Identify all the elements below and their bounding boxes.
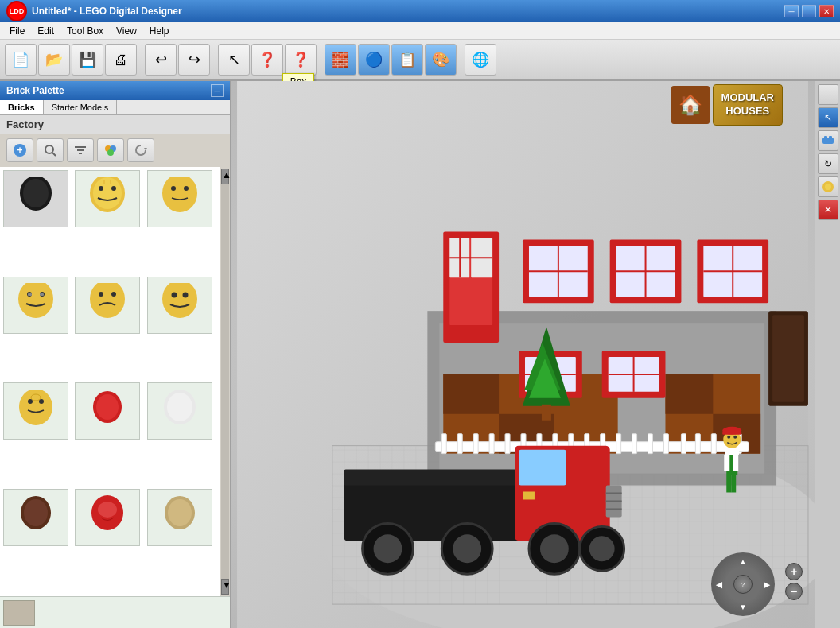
nav-center-btn[interactable]: ? (733, 575, 752, 594)
menu-bar: File Edit Tool Box View Help (0, 22, 840, 40)
brick-item[interactable] (75, 489, 140, 546)
rt-brick-btn[interactable] (818, 130, 838, 151)
svg-rect-26 (40, 293, 44, 296)
clone-button[interactable]: 📋 (391, 44, 423, 76)
svg-rect-87 (772, 315, 804, 402)
svg-rect-101 (632, 434, 637, 454)
svg-point-9 (107, 149, 114, 156)
palette-color-btn[interactable] (97, 138, 124, 162)
svg-rect-6 (79, 153, 82, 154)
main-area: Brick Palette ─ Bricks Starter Models Fa… (0, 81, 840, 628)
internet-button[interactable]: 🌐 (465, 44, 496, 76)
paint-button[interactable]: 🎨 (425, 44, 457, 76)
svg-line-3 (52, 153, 56, 156)
lego-scene (231, 81, 815, 628)
svg-rect-107 (695, 434, 700, 454)
scrollbar-up[interactable]: ▲ (221, 169, 229, 184)
viewport[interactable]: 🏠 MODULAR HOUSES ▲ ▼ ◀ ▶ ? + − (231, 81, 815, 628)
brick-item[interactable] (75, 277, 140, 334)
svg-marker-10 (144, 148, 147, 150)
snap-button[interactable]: 🔵 (358, 44, 390, 76)
undo-button[interactable]: ↩ (145, 44, 177, 76)
open-button[interactable]: 📂 (38, 44, 70, 76)
nav-down-icon[interactable]: ▼ (739, 603, 747, 611)
svg-rect-144 (824, 136, 827, 138)
brick-item[interactable] (75, 170, 140, 227)
help2-button[interactable]: ❓ (285, 44, 317, 76)
tab-starter-models[interactable]: Starter Models (44, 100, 118, 114)
svg-point-22 (18, 283, 53, 318)
svg-rect-54 (443, 374, 499, 414)
brick-item[interactable] (3, 382, 68, 440)
brick-item[interactable] (147, 489, 212, 546)
svg-point-139 (727, 436, 730, 439)
zoom-minus-button[interactable]: − (785, 583, 803, 600)
palette-reset-btn[interactable] (127, 138, 154, 162)
svg-rect-117 (519, 450, 566, 486)
rt-rotate-btn[interactable]: ↻ (818, 153, 838, 174)
save-button[interactable]: 💾 (72, 44, 103, 76)
brick-item[interactable] (75, 382, 140, 440)
menu-help[interactable]: Help (143, 24, 176, 38)
svg-rect-93 (505, 434, 510, 454)
nav-up-icon[interactable]: ▲ (739, 557, 747, 566)
nav-left-icon[interactable]: ◀ (716, 580, 722, 589)
nav-right-icon[interactable]: ▶ (764, 580, 770, 589)
svg-rect-102 (648, 434, 653, 454)
svg-rect-103 (663, 434, 668, 454)
close-button[interactable]: ✕ (819, 5, 834, 17)
menu-file[interactable]: File (3, 24, 31, 38)
brick-item[interactable] (3, 489, 68, 546)
redo-button[interactable]: ↪ (178, 44, 210, 76)
scrollbar-down[interactable]: ▼ (221, 579, 229, 595)
svg-rect-92 (489, 434, 494, 454)
right-toolbar: ─ ↖ ↻ ✕ (815, 81, 840, 628)
add-brick-button[interactable]: 🧱 (325, 44, 356, 76)
brick-item[interactable] (3, 170, 68, 227)
help1-button[interactable]: ❓ (251, 44, 283, 76)
zoom-plus-button[interactable]: + (785, 563, 803, 580)
rt-select-btn[interactable]: ↖ (818, 107, 838, 128)
palette-add-btn[interactable]: + (6, 138, 33, 162)
nav-ring[interactable]: ▲ ▼ ◀ ▶ ? (711, 552, 775, 616)
menu-view[interactable]: View (110, 24, 143, 38)
svg-rect-127 (523, 491, 535, 499)
minimize-button[interactable]: ─ (784, 5, 799, 17)
brick-item[interactable] (147, 170, 212, 227)
svg-point-125 (589, 536, 615, 561)
palette-scrollbar[interactable]: ▲ ▼ (220, 167, 230, 596)
scrollbar-track (221, 184, 229, 579)
svg-rect-5 (77, 149, 84, 151)
svg-point-147 (825, 184, 831, 190)
palette-bottom-item[interactable] (3, 600, 35, 626)
svg-rect-136 (726, 475, 731, 493)
palette-minimize-btn[interactable]: ─ (211, 84, 224, 97)
rt-paint-btn[interactable] (818, 176, 838, 197)
svg-point-42 (24, 499, 48, 526)
palette-search-btn[interactable] (37, 138, 64, 162)
menu-edit[interactable]: Edit (31, 24, 60, 38)
menu-toolbox[interactable]: Tool Box (60, 24, 110, 38)
maximize-button[interactable]: □ (802, 5, 816, 17)
theme-line1: MODULAR (721, 91, 774, 105)
brick-item[interactable] (3, 277, 68, 334)
svg-point-21 (184, 186, 189, 191)
new-button[interactable]: 📄 (5, 44, 37, 76)
select-button[interactable]: ↖ Box Tool (218, 44, 250, 76)
rt-minimize-btn[interactable]: ─ (818, 84, 838, 105)
svg-point-29 (111, 292, 116, 297)
rt-delete-btn[interactable]: ✕ (818, 200, 838, 220)
palette-filter-btn[interactable] (67, 138, 94, 162)
svg-rect-100 (616, 434, 621, 454)
brick-item[interactable] (147, 277, 212, 334)
svg-rect-89 (441, 434, 446, 454)
svg-point-30 (162, 283, 197, 318)
print-button[interactable]: 🖨 (105, 44, 137, 76)
brick-item[interactable] (147, 382, 212, 440)
nav-control[interactable]: ▲ ▼ ◀ ▶ ? (711, 552, 775, 616)
svg-point-40 (167, 393, 192, 421)
svg-rect-90 (457, 434, 462, 454)
tab-bricks[interactable]: Bricks (0, 100, 44, 114)
svg-point-20 (171, 186, 176, 191)
svg-point-38 (96, 394, 119, 420)
